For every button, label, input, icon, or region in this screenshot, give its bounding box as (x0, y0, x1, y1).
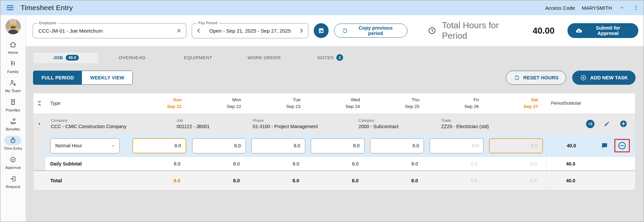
day-header-sat: SatSep 27 (487, 97, 546, 110)
remove-row-icon[interactable] (617, 141, 627, 150)
expand-task-icon[interactable] (33, 113, 45, 134)
sidebar-item-approval[interactable]: Approval (5, 155, 22, 170)
tab-notes[interactable]: NOTES 2 (297, 52, 363, 63)
tab-overhead[interactable]: OVERHEAD (99, 52, 165, 63)
daily-mon: 8.0 (190, 161, 249, 166)
timesheet-toolbar: Employee CCC-JM-01 - Joe Meetchum Pay Pe… (26, 15, 644, 46)
family-icon (9, 60, 17, 68)
full-period-toggle[interactable]: FULL PERIOD (33, 71, 82, 84)
add-new-task-label: ADD NEW TASK (590, 75, 628, 80)
sidebar-item-home[interactable]: Home (5, 40, 22, 54)
task-category: Category 2000 - Subcontract (359, 118, 441, 129)
task-job: Job 001122 - JB001 (177, 118, 253, 129)
sidebar-item-benefits[interactable]: Benefits (5, 116, 22, 131)
tab-notes-label: NOTES (317, 55, 334, 60)
comment-icon[interactable] (601, 142, 608, 149)
employee-field-label: Employee (37, 21, 58, 25)
daily-sun: 8.0 (130, 161, 190, 166)
submit-for-approval-button[interactable]: Submit for Approval (568, 23, 639, 38)
team-icon (9, 79, 17, 87)
hours-input-sat[interactable] (489, 138, 543, 153)
refresh-icon (514, 75, 520, 81)
exit-to-app-icon (9, 175, 17, 183)
menu-icon[interactable] (6, 3, 14, 12)
edit-task-icon[interactable] (603, 120, 610, 127)
app-bar: Timesheet Entry Access Code MARYSMITH (0, 0, 644, 15)
hours-input-tue[interactable] (251, 138, 305, 153)
timesheet-grid: Type SunSep 21 MonSep 22 TueSep 23 WedSe… (33, 93, 636, 190)
sidebar-item-label: Home (8, 50, 18, 54)
row-subtotal: 40.0 (546, 134, 585, 157)
calendar-button[interactable] (314, 23, 329, 38)
employee-field-value: CCC-JM-01 - Joe Meetchum (38, 28, 176, 34)
day-header-thu: ThuSep 25 (368, 97, 427, 110)
annotation-highlight (614, 139, 630, 152)
employee-field[interactable]: Employee CCC-JM-01 - Joe Meetchum (33, 23, 186, 38)
day-header-tue: TueSep 23 (249, 97, 309, 110)
page-title: Timesheet Entry (21, 4, 73, 12)
sidebar-item-my-team[interactable]: My Team (5, 78, 22, 93)
total-wed: 8.0 (309, 178, 368, 183)
sidebar-item-label: Approval (5, 165, 21, 170)
total-tue: 8.0 (249, 178, 309, 183)
copy-previous-period-button[interactable]: Copy previous period (334, 24, 407, 38)
day-header-mon: MonSep 22 (190, 97, 249, 110)
sidebar-item-label: Payslips (6, 108, 20, 112)
task-phase: Phase 01-3100 - Project Management (253, 118, 359, 129)
sidebar-item-time-entry[interactable]: Time Entry (4, 136, 22, 150)
sidebar-item-request[interactable]: Request (5, 174, 22, 189)
tab-job-label: JOB (53, 55, 63, 60)
total-period-total: 40.0 (546, 171, 585, 190)
tab-work-order-label: WORK ORDER (248, 55, 281, 60)
pay-period-field: Pay Period Open - Sep 21, 2025 - Sep 27,… (192, 23, 308, 38)
reset-hours-button[interactable]: RESET HOURS (506, 71, 566, 85)
kebab-menu-icon[interactable] (633, 4, 639, 11)
hours-input-mon[interactable] (192, 138, 246, 153)
period-subtotal-header: PeriodSubtotal (546, 100, 585, 107)
view-toggle: FULL PERIOD WEEKLY VIEW (33, 71, 133, 85)
task-trade: Trade ZZ20 - Electrician (std) (441, 118, 586, 129)
add-entry-icon[interactable] (619, 119, 628, 128)
hours-input-sun[interactable] (132, 138, 186, 153)
check-circle-icon (9, 156, 17, 163)
hours-input-fri[interactable] (430, 138, 484, 153)
tab-equipment[interactable]: EQUIPMENT (165, 52, 231, 63)
next-period-icon[interactable] (298, 27, 305, 34)
total-hours-label: Total Hours for Period (442, 20, 522, 41)
daily-thu: 8.0 (368, 161, 427, 166)
hours-input-thu[interactable] (370, 138, 424, 153)
plus-circle-icon (580, 74, 587, 81)
tab-overhead-label: OVERHEAD (119, 55, 146, 60)
hour-entry-row: Normal Hour 40.0 (33, 134, 635, 157)
sidebar-item-payslips[interactable]: Payslips (5, 97, 22, 112)
cloud-upload-icon (575, 27, 582, 34)
collapse-all-icon[interactable] (33, 93, 45, 113)
hours-input-wed[interactable] (311, 138, 365, 153)
avatar (5, 19, 21, 34)
tab-job[interactable]: JOB 40.0 (33, 52, 99, 63)
more-fields-badge[interactable]: +2 (586, 120, 594, 128)
chevron-down-icon[interactable] (620, 6, 624, 10)
home-icon (9, 41, 17, 48)
total-fri: 0.0 (427, 178, 487, 183)
weekly-view-toggle[interactable]: WEEKLY VIEW (82, 71, 132, 84)
sidebar-item-label: Benefits (6, 127, 20, 131)
hour-type-select[interactable]: Normal Hour (50, 138, 120, 153)
grid-header-row: Type SunSep 21 MonSep 22 TueSep 23 WedSe… (33, 93, 635, 113)
daily-sat: 0.0 (487, 161, 546, 166)
tab-equipment-label: EQUIPMENT (184, 55, 212, 60)
total-row: Total 8.0 8.0 8.0 8.0 8.0 0.0 0.0 40.0 (33, 171, 635, 190)
clear-employee-icon[interactable] (176, 28, 182, 34)
clock-icon (428, 26, 436, 35)
previous-period-icon[interactable] (195, 27, 202, 34)
pay-period-field-label: Pay Period (196, 21, 219, 25)
sidebar-item-family[interactable]: Family (5, 59, 22, 74)
total-label: Total (45, 178, 130, 183)
sidebar: Home Family My Team Payslips Benefits Ti… (0, 15, 26, 222)
submit-for-approval-label: Submit for Approval (586, 25, 631, 36)
full-period-label: FULL PERIOD (41, 75, 74, 80)
daily-period-total: 40.0 (546, 157, 585, 171)
tab-work-order[interactable]: WORK ORDER (231, 52, 297, 63)
total-thu: 8.0 (368, 178, 427, 183)
add-new-task-button[interactable]: ADD NEW TASK (572, 71, 636, 85)
